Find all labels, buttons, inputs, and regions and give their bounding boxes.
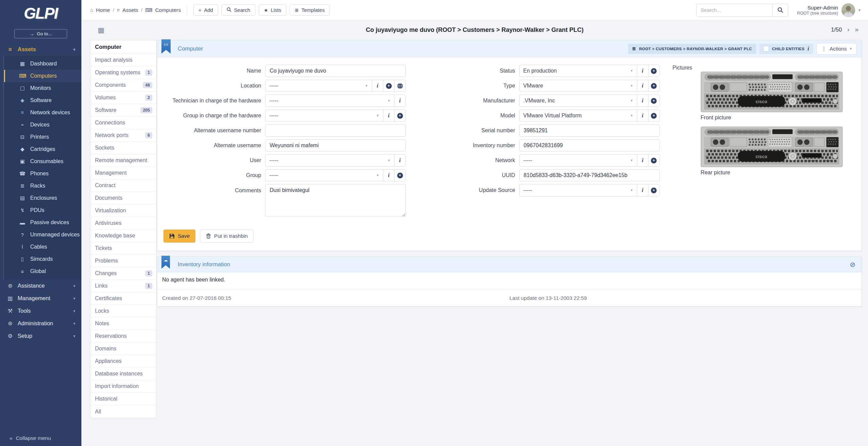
location-info-button[interactable]: i — [372, 80, 383, 92]
add-button[interactable]: + Add — [193, 4, 218, 16]
type-info-button[interactable]: i — [637, 80, 648, 92]
tab-network-ports[interactable]: Network ports6 — [90, 129, 156, 142]
tab-antiviruses[interactable]: Antiviruses — [90, 217, 156, 230]
uuid-input[interactable] — [519, 169, 660, 181]
sidebar-item-dashboard[interactable]: ▦Dashboard — [4, 58, 81, 70]
name-input[interactable] — [265, 65, 406, 77]
search-button[interactable]: Search — [221, 4, 255, 16]
sidebar-item-printers[interactable]: ⊟Printers — [4, 131, 81, 143]
user-select[interactable]: -----▼ — [266, 155, 394, 166]
type-add-button[interactable]: + — [648, 80, 659, 92]
group-add-button[interactable]: + — [394, 170, 405, 181]
collapse-menu-button[interactable]: « Collapse menu — [9, 435, 51, 441]
sidebar-section-assets[interactable]: ⌗ Assets ▾ — [0, 43, 81, 56]
user-menu[interactable]: Super-Admin ROOT (tree structure) ▾ — [797, 3, 861, 17]
tab-reservations[interactable]: Reservations — [90, 330, 156, 343]
breadcrumb-computers[interactable]: ⌨ Computers — [145, 7, 181, 13]
entity-breadcrumb[interactable]: ≣ ROOT > CUSTOMERS > RAYNOR-WALKER > GRA… — [628, 44, 756, 54]
search-submit-button[interactable] — [773, 4, 788, 17]
tab-locks[interactable]: Locks — [90, 305, 156, 317]
sidebar-item-cartridges[interactable]: ◆Cartridges — [4, 143, 81, 155]
alt-username-input[interactable] — [265, 139, 406, 152]
tab-all[interactable]: All — [90, 405, 156, 418]
location-select[interactable]: -----▼ — [266, 80, 372, 92]
tab-management[interactable]: Management — [90, 167, 156, 179]
sidebar-item-monitors[interactable]: ▢Monitors — [4, 82, 81, 94]
sidebar-item-network-devices[interactable]: ⌗Network devices — [4, 106, 81, 119]
global-search-input[interactable] — [696, 4, 773, 17]
status-add-button[interactable]: + — [648, 65, 659, 77]
tab-virtualization[interactable]: Virtualization — [90, 205, 156, 217]
manufacturer-add-button[interactable]: + — [648, 95, 659, 106]
tab-tickets[interactable]: Tickets — [90, 242, 156, 255]
network-add-button[interactable]: + — [648, 155, 659, 166]
type-select[interactable]: VMware▼ — [520, 80, 637, 92]
tab-knowledge-base[interactable]: Knowledge base — [90, 230, 156, 242]
network-info-button[interactable]: i — [637, 155, 648, 166]
tab-import-information[interactable]: Import information — [90, 380, 156, 393]
sidebar-item-cables[interactable]: ⌇Cables — [4, 241, 81, 253]
sidebar-item-software[interactable]: ◈Software — [4, 94, 81, 106]
tab-remote-management[interactable]: Remote management — [90, 154, 156, 167]
sidebar-section-assistance[interactable]: ⊚ Assistance ▾ — [0, 279, 81, 292]
sidebar-item-passive-devices[interactable]: ▬Passive devices — [4, 216, 81, 229]
comments-textarea[interactable] — [265, 184, 406, 217]
tab-certificates[interactable]: Certificates — [90, 292, 156, 305]
tab-computer[interactable]: Computer — [90, 40, 156, 54]
status-select[interactable]: En production▼ — [520, 65, 637, 77]
child-entities-toggle[interactable] — [763, 46, 769, 52]
tab-database-instances[interactable]: Database instances — [90, 368, 156, 380]
tab-documents[interactable]: Documents — [90, 192, 156, 205]
tab-components[interactable]: Components48 — [90, 79, 156, 92]
info-icon[interactable]: i — [808, 46, 809, 52]
sidebar-section-administration[interactable]: ⊛ Administration ▾ — [0, 317, 81, 330]
tab-appliances[interactable]: Appliances — [90, 355, 156, 368]
save-button[interactable]: Save — [163, 230, 195, 243]
last-page-button[interactable]: » — [855, 26, 859, 33]
ban-icon[interactable]: ⊘ — [850, 260, 855, 269]
sidebar-item-unmanaged-devices[interactable]: ?Unmanaged devices — [4, 229, 81, 241]
sidebar-item-global[interactable]: ≡Global — [4, 265, 81, 277]
network-select[interactable]: -----▼ — [520, 155, 637, 166]
tab-operating-systems[interactable]: Operating systems1 — [90, 66, 156, 79]
actions-button[interactable]: ⋮ Actions ▾ — [816, 43, 857, 55]
tab-volumes[interactable]: Volumes2 — [90, 92, 156, 104]
goto-button[interactable]: → Go to... — [14, 29, 67, 38]
technician-select[interactable]: -----▼ — [266, 95, 394, 106]
tab-impact-analysis[interactable]: Impact analysis — [90, 54, 156, 66]
location-add-button[interactable]: + — [383, 80, 394, 92]
put-in-trashbin-button[interactable]: Put in trashbin — [200, 230, 253, 243]
tab-sockets[interactable]: Sockets — [90, 142, 156, 154]
group-hardware-select[interactable]: -----▼ — [266, 110, 383, 121]
sidebar-item-pdus[interactable]: ↯PDUs — [4, 204, 81, 216]
sidebar-item-simcards[interactable]: ▯Simcards — [4, 253, 81, 265]
technician-info-button[interactable]: i — [394, 95, 405, 106]
update-source-add-button[interactable]: + — [648, 185, 659, 196]
tab-links[interactable]: Links1 — [90, 280, 156, 292]
sidebar-item-racks[interactable]: ≣Racks — [4, 180, 81, 192]
templates-button[interactable]: ≣ Templates — [290, 4, 330, 16]
group-info-button[interactable]: i — [383, 170, 394, 181]
tab-notes[interactable]: Notes — [90, 317, 156, 330]
sidebar-item-computers[interactable]: ⌨Computers — [4, 70, 81, 82]
breadcrumb-assets[interactable]: ⌗ Assets — [117, 7, 138, 13]
glpi-logo[interactable]: GLPI — [0, 0, 81, 26]
user-info-button[interactable]: i — [394, 155, 405, 166]
sidebar-section-setup[interactable]: ⚙ Setup ▾ — [0, 330, 81, 342]
breadcrumb-home[interactable]: ⌂ Home — [90, 7, 110, 13]
tab-software[interactable]: Software205 — [90, 104, 156, 117]
group-hardware-add-button[interactable]: + — [394, 110, 405, 121]
update-source-info-button[interactable]: i — [637, 185, 648, 196]
tab-problems[interactable]: Problems — [90, 255, 156, 267]
manufacturer-info-button[interactable]: i — [637, 95, 648, 106]
model-info-button[interactable]: i — [637, 110, 648, 121]
sidebar-item-enclosures[interactable]: ▤Enclosures — [4, 192, 81, 204]
tab-changes[interactable]: Changes1 — [90, 267, 156, 280]
sidebar-section-tools[interactable]: ⚒ Tools ▾ — [0, 305, 81, 317]
tab-domains[interactable]: Domains — [90, 343, 156, 355]
alt-username-number-input[interactable] — [265, 124, 406, 137]
group-select[interactable]: -----▼ — [266, 170, 383, 181]
tab-historical[interactable]: Historical — [90, 393, 156, 405]
tab-connections[interactable]: Connections — [90, 117, 156, 129]
lists-button[interactable]: ★ Lists — [259, 4, 286, 16]
